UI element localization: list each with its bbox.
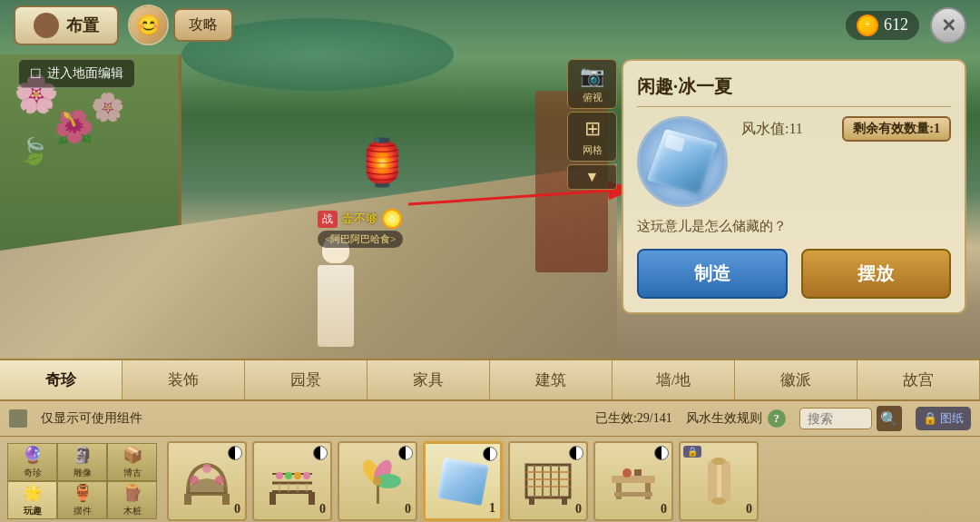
player-subtitle: <阿巴阿巴哈食> bbox=[318, 231, 403, 248]
cat-qizhen-symbol: 🔮 bbox=[23, 445, 43, 465]
player-name: 壶不够 bbox=[342, 211, 377, 227]
blueprint-toggle[interactable]: 🔒 图纸 bbox=[916, 407, 971, 430]
tab-building[interactable]: 建筑 bbox=[490, 360, 612, 399]
top-left-controls: 布置 😊 攻略 bbox=[14, 5, 233, 45]
cat-qizhen-label: 奇珍 bbox=[24, 467, 42, 479]
cat-display-label: 摆件 bbox=[74, 505, 92, 517]
view-panel: 📷 俯视 ⊞ 网格 ▼ bbox=[567, 59, 617, 190]
flower-decor2: 🌺 bbox=[54, 109, 94, 146]
item-stats: 风水值:11 剩余有效数量:1 bbox=[741, 116, 951, 149]
tab-wall-label: 墙/地 bbox=[656, 369, 691, 390]
overhead-label: 俯视 bbox=[583, 91, 603, 104]
panel-desc: 这玩意儿是怎么储藏的？ bbox=[637, 218, 951, 235]
cat-row-top: 🔮 奇珍 🗿 雕像 📦 博古 bbox=[7, 443, 157, 481]
arch-icon bbox=[180, 457, 234, 507]
craft-button[interactable]: 制造 bbox=[637, 249, 788, 299]
cat-stake-label: 木桩 bbox=[123, 505, 142, 517]
cat-stake[interactable]: 🪵 木桩 bbox=[107, 481, 157, 519]
leaf-decor: 🍃 bbox=[18, 136, 50, 166]
item-slot-flower-arch[interactable]: 0 bbox=[252, 441, 332, 521]
svg-point-18 bbox=[294, 472, 301, 479]
svg-point-24 bbox=[373, 477, 382, 486]
cat-fun[interactable]: 🌟 玩趣 bbox=[7, 481, 57, 519]
item-slot-scroll[interactable]: 🔒 0 bbox=[679, 441, 759, 521]
tab-gugong-label: 故宫 bbox=[903, 369, 934, 390]
bottom-tabs: 奇珍 装饰 园景 家具 建筑 墙/地 徽派 故宫 bbox=[0, 359, 980, 399]
tab-decoration[interactable]: 装饰 bbox=[122, 360, 245, 399]
tab-gugong[interactable]: 故宫 bbox=[858, 360, 980, 399]
flower-decor3: 🌸 bbox=[91, 91, 124, 123]
windmill-icon bbox=[350, 457, 405, 507]
filter-checkbox[interactable]: 仅显示可使用组件 bbox=[41, 410, 142, 427]
lantern: 🏮 bbox=[354, 136, 410, 189]
item-slot-table[interactable]: 0 bbox=[593, 441, 673, 521]
search-input[interactable] bbox=[799, 408, 872, 429]
battle-badge: 战 bbox=[318, 211, 338, 228]
search-button[interactable]: 🔍 bbox=[877, 406, 902, 431]
filter-label: 仅显示可使用组件 bbox=[41, 410, 142, 427]
info-panel: 闲趣·冰一夏 风水值:11 剩余有效数量:1 这玩意儿是怎么储藏的？ 制造 摆放 bbox=[622, 59, 966, 314]
tab-building-label: 建筑 bbox=[535, 369, 566, 390]
scroll-down-button[interactable]: ▼ bbox=[567, 164, 617, 190]
grid-label: 网格 bbox=[583, 143, 603, 157]
item-image bbox=[637, 116, 728, 207]
name-tag: 战 壶不够 <阿巴阿巴哈食> bbox=[318, 209, 403, 248]
cat-fun-symbol: 🌟 bbox=[23, 483, 43, 503]
panel-content: 风水值:11 剩余有效数量:1 bbox=[637, 116, 951, 207]
item-slot-loom-count: 0 bbox=[575, 502, 582, 517]
svg-rect-37 bbox=[645, 483, 651, 499]
cat-sculpture[interactable]: 🗿 雕像 bbox=[57, 443, 107, 481]
tab-garden[interactable]: 园景 bbox=[245, 360, 368, 399]
item-slot-ice[interactable]: 1 bbox=[423, 441, 503, 521]
item-slot-windmill[interactable]: 0 bbox=[338, 441, 417, 521]
layout-button[interactable]: 布置 bbox=[14, 5, 119, 45]
top-right-controls: + 612 ✕ bbox=[846, 7, 966, 44]
overhead-icon: 📷 bbox=[580, 64, 604, 88]
table-icon bbox=[606, 457, 661, 507]
svg-point-16 bbox=[276, 472, 283, 479]
cat-antique[interactable]: 📦 博古 bbox=[107, 443, 157, 481]
yin-yang-6 bbox=[654, 446, 669, 460]
yin-yang-2 bbox=[313, 446, 328, 460]
avatar: 😊 bbox=[128, 5, 169, 45]
item-slot-table-count: 0 bbox=[661, 502, 667, 517]
svg-point-45 bbox=[711, 497, 726, 505]
guide-button[interactable]: 攻略 bbox=[173, 8, 233, 42]
tab-qizhen[interactable]: 奇珍 bbox=[0, 360, 122, 399]
item-slot-flower-count: 0 bbox=[319, 502, 326, 517]
yin-yang-3 bbox=[398, 446, 413, 460]
inventory-items: 🔮 奇珍 🗿 雕像 📦 博古 🌟 玩趣 🏺 bbox=[0, 437, 980, 522]
item-slot-windmill-count: 0 bbox=[405, 502, 411, 517]
item-slot-arch[interactable]: 0 bbox=[167, 441, 247, 521]
place-button[interactable]: 摆放 bbox=[801, 249, 952, 299]
overhead-view-button[interactable]: 📷 俯视 bbox=[567, 59, 617, 109]
item-slot-arch-count: 0 bbox=[234, 502, 240, 517]
svg-rect-20 bbox=[377, 484, 379, 504]
ground-edit-label: 进入地面编辑 bbox=[47, 65, 123, 82]
item-slot-loom[interactable]: 0 bbox=[508, 441, 588, 521]
svg-rect-43 bbox=[721, 461, 730, 501]
fengshui-label: 风水生效规则 bbox=[686, 410, 762, 427]
svg-rect-40 bbox=[634, 469, 642, 476]
search-box: 🔍 bbox=[799, 406, 902, 431]
help-icon[interactable]: ? bbox=[768, 409, 786, 428]
close-button[interactable]: ✕ bbox=[930, 7, 966, 44]
cat-display[interactable]: 🏺 摆件 bbox=[57, 481, 107, 519]
ground-edit-button[interactable]: ☐ 进入地面编辑 bbox=[18, 59, 135, 88]
tab-furniture[interactable]: 家具 bbox=[368, 360, 490, 399]
panel-buttons: 制造 摆放 bbox=[637, 249, 951, 299]
cat-row-bottom: 🌟 玩趣 🏺 摆件 🪵 木桩 bbox=[7, 481, 157, 519]
yin-yang-1 bbox=[228, 446, 242, 460]
cat-antique-symbol: 📦 bbox=[122, 445, 142, 465]
char-body bbox=[318, 265, 354, 347]
character bbox=[309, 236, 363, 345]
tab-huipai[interactable]: 徽派 bbox=[735, 360, 858, 399]
inventory-top-bar: 仅显示可使用组件 已生效:29/141 风水生效规则 ? 🔍 🔒 图纸 bbox=[0, 401, 980, 437]
item-slot-ice-count: 1 bbox=[489, 501, 495, 516]
grid-view-button[interactable]: ⊞ 网格 bbox=[567, 112, 617, 162]
remaining-stat: 剩余有效数量:1 bbox=[842, 116, 951, 142]
cat-qizhen[interactable]: 🔮 奇珍 bbox=[7, 443, 57, 481]
tab-furniture-label: 家具 bbox=[413, 369, 444, 390]
flower-arch-icon bbox=[265, 457, 319, 507]
tab-wall[interactable]: 墙/地 bbox=[612, 360, 735, 399]
